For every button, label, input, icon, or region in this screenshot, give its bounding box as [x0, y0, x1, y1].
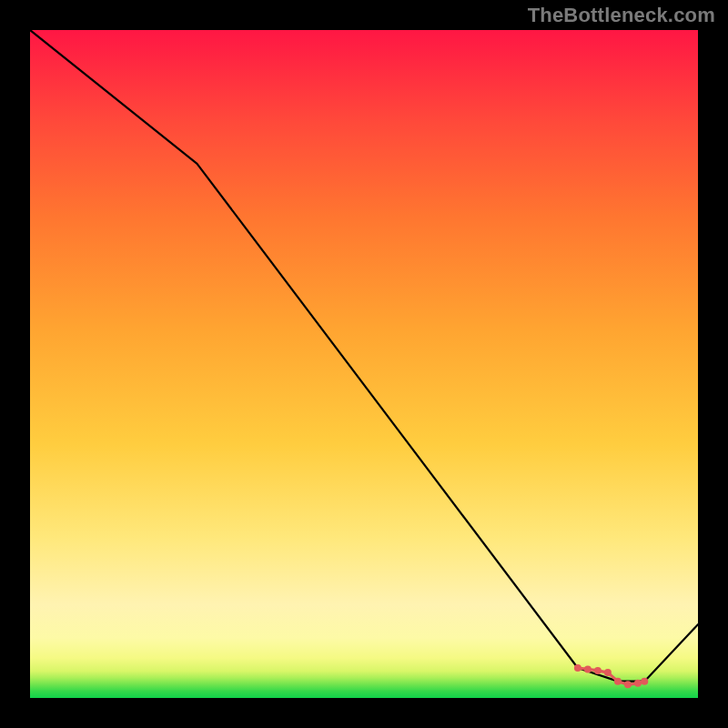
marker-dot	[641, 678, 648, 685]
chart-svg	[30, 30, 698, 698]
attribution-text: TheBottleneck.com	[528, 4, 715, 27]
plot-area	[30, 30, 698, 698]
chart-background	[30, 30, 698, 698]
chart-frame: TheBottleneck.com	[0, 0, 728, 728]
